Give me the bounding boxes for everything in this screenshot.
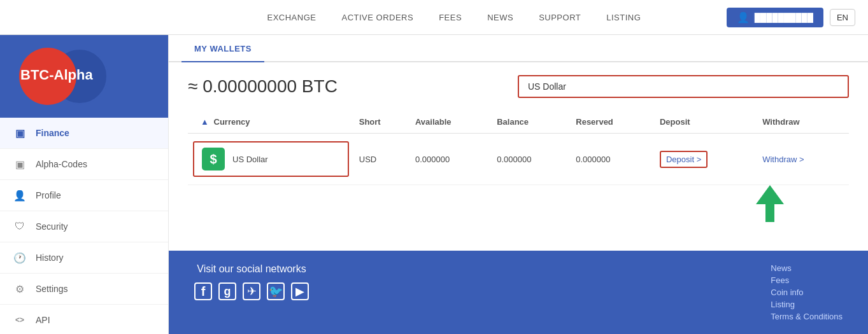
col-currency: ▲ Currency bbox=[188, 111, 354, 134]
footer-social-title: Visit our social networks bbox=[194, 263, 309, 275]
footer-social: Visit our social networks f g ✈ 🐦 ▶ bbox=[194, 263, 309, 300]
cell-short: USD bbox=[354, 134, 410, 185]
currency-icon-usd: $ bbox=[202, 148, 225, 170]
col-available: Available bbox=[410, 111, 492, 134]
sidebar-label-api: API bbox=[36, 315, 50, 325]
tab-my-wallets[interactable]: MY WALLETS bbox=[181, 35, 264, 62]
header-nav: EXCHANGEACTIVE ORDERSFEESNEWSSUPPORTLIST… bbox=[181, 13, 727, 22]
logo-text: BTC-Alpha bbox=[20, 67, 93, 83]
sidebar-item-profile[interactable]: 👤 Profile bbox=[0, 180, 168, 211]
user-icon: 👤 bbox=[737, 11, 750, 24]
sidebar-label-alpha-codes: Alpha-Codes bbox=[36, 159, 87, 169]
col-withdraw: Withdraw bbox=[757, 111, 849, 134]
sidebar-label-security: Security bbox=[36, 221, 68, 232]
sidebar-item-security[interactable]: 🛡 Security bbox=[0, 211, 168, 242]
nav-item-support[interactable]: SUPPORT bbox=[539, 13, 581, 22]
layout: BTC-Alpha ▣ Finance ▣ Alpha-Codes 👤 Prof… bbox=[0, 35, 868, 334]
sidebar-item-alpha-codes[interactable]: ▣ Alpha-Codes bbox=[0, 149, 168, 180]
facebook-icon[interactable]: f bbox=[194, 282, 212, 300]
footer: Visit our social networks f g ✈ 🐦 ▶ News… bbox=[169, 251, 868, 334]
footer-link-terms[interactable]: Terms & Conditions bbox=[771, 312, 843, 321]
table-row: $ US Dollar USD 0.000000 0.000000 0.0000… bbox=[188, 134, 849, 185]
sidebar-item-api[interactable]: <> API bbox=[0, 305, 168, 334]
nav-item-news[interactable]: NEWS bbox=[487, 13, 513, 22]
footer-link-news[interactable]: News bbox=[771, 263, 843, 273]
wallet-table: ▲ Currency Short Available Balance Reser… bbox=[188, 111, 849, 185]
settings-icon: ⚙ bbox=[13, 282, 27, 296]
arrow-head bbox=[756, 185, 784, 204]
balance-text: ≈ 0.00000000 BTC bbox=[188, 76, 338, 97]
nav-item-listing[interactable]: LISTING bbox=[606, 13, 641, 22]
currency-row-box: $ US Dollar bbox=[193, 141, 349, 177]
cell-available: 0.000000 bbox=[410, 134, 492, 185]
deposit-button[interactable]: Deposit > bbox=[660, 151, 708, 168]
col-deposit: Deposit bbox=[655, 111, 757, 134]
nav-item-fees[interactable]: FEES bbox=[439, 13, 462, 22]
social-icons: f g ✈ 🐦 ▶ bbox=[194, 282, 309, 300]
sidebar-navigation: ▣ Finance ▣ Alpha-Codes 👤 Profile 🛡 Secu… bbox=[0, 118, 168, 334]
profile-icon: 👤 bbox=[13, 188, 27, 202]
table-header: ▲ Currency Short Available Balance Reser… bbox=[188, 111, 849, 134]
footer-link-fees[interactable]: Fees bbox=[771, 275, 843, 285]
footer-link-coin-info[interactable]: Coin info bbox=[771, 288, 843, 297]
sort-arrow-icon: ▲ bbox=[201, 117, 209, 127]
currency-name: US Dollar bbox=[232, 155, 268, 164]
cell-reserved: 0.000000 bbox=[571, 134, 655, 185]
cell-withdraw: Withdraw > bbox=[757, 134, 849, 185]
google-plus-icon[interactable]: g bbox=[218, 282, 236, 300]
sidebar: BTC-Alpha ▣ Finance ▣ Alpha-Codes 👤 Prof… bbox=[0, 35, 169, 334]
balance-row: ≈ 0.00000000 BTC bbox=[188, 75, 849, 98]
currency-search-input[interactable] bbox=[518, 75, 849, 98]
withdraw-button[interactable]: Withdraw > bbox=[762, 155, 804, 164]
col-balance: Balance bbox=[492, 111, 571, 134]
nav-item-active-orders[interactable]: ACTIVE ORDERS bbox=[341, 13, 413, 22]
security-icon: 🛡 bbox=[13, 219, 27, 233]
green-arrow-indicator bbox=[691, 185, 849, 222]
cell-currency: $ US Dollar bbox=[188, 134, 354, 185]
tab-bar: MY WALLETS bbox=[169, 35, 868, 62]
arrow-stem bbox=[765, 204, 774, 222]
alpha-codes-icon: ▣ bbox=[13, 157, 27, 171]
sidebar-item-finance[interactable]: ▣ Finance bbox=[0, 118, 168, 149]
sidebar-item-settings[interactable]: ⚙ Settings bbox=[0, 274, 168, 305]
cell-balance: 0.000000 bbox=[492, 134, 571, 185]
user-button[interactable]: 👤 ██████████ bbox=[727, 8, 823, 27]
content-area: ≈ 0.00000000 BTC ▲ Currency Short Availa… bbox=[169, 62, 868, 251]
user-name: ██████████ bbox=[755, 13, 813, 22]
main-content: MY WALLETS ≈ 0.00000000 BTC ▲ Currency S… bbox=[169, 35, 868, 334]
sidebar-label-finance: Finance bbox=[36, 128, 69, 138]
nav-item-exchange[interactable]: EXCHANGE bbox=[267, 13, 317, 22]
logo-area: BTC-Alpha bbox=[0, 35, 168, 118]
api-icon: <> bbox=[13, 313, 27, 327]
sidebar-label-settings: Settings bbox=[36, 284, 68, 294]
language-button[interactable]: EN bbox=[830, 9, 855, 26]
col-short: Short bbox=[354, 111, 410, 134]
footer-links: News Fees Coin info Listing Terms & Cond… bbox=[771, 263, 843, 321]
history-icon: 🕐 bbox=[13, 251, 27, 265]
footer-link-listing[interactable]: Listing bbox=[771, 300, 843, 309]
table-body: $ US Dollar USD 0.000000 0.000000 0.0000… bbox=[188, 134, 849, 185]
youtube-icon[interactable]: ▶ bbox=[291, 282, 309, 300]
sidebar-item-history[interactable]: 🕐 History bbox=[0, 242, 168, 274]
sidebar-label-profile: Profile bbox=[36, 190, 61, 200]
cell-deposit: Deposit > bbox=[655, 134, 757, 185]
telegram-icon[interactable]: ✈ bbox=[243, 282, 260, 300]
finance-icon: ▣ bbox=[13, 126, 27, 140]
sidebar-label-history: History bbox=[36, 253, 64, 263]
header: EXCHANGEACTIVE ORDERSFEESNEWSSUPPORTLIST… bbox=[0, 0, 868, 35]
twitter-icon[interactable]: 🐦 bbox=[267, 282, 285, 300]
header-right: 👤 ██████████ EN bbox=[727, 8, 855, 27]
col-reserved: Reserved bbox=[571, 111, 655, 134]
